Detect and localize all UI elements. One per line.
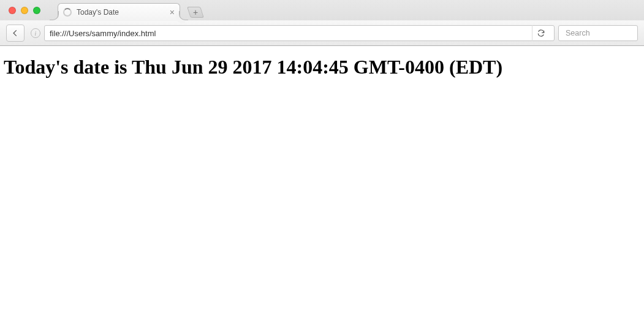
- arrow-left-icon: [11, 29, 20, 37]
- plus-icon: +: [193, 7, 198, 17]
- url-input[interactable]: [50, 29, 529, 38]
- back-button[interactable]: [6, 25, 25, 42]
- browser-chrome: Today's Date × + i: [0, 0, 644, 46]
- window-close-button[interactable]: [9, 7, 16, 14]
- browser-tab-active[interactable]: Today's Date ×: [58, 3, 180, 20]
- window-zoom-button[interactable]: [33, 7, 40, 14]
- tab-loading-spinner-icon: [63, 8, 72, 17]
- window-controls: [5, 7, 47, 20]
- page-content: Today's date is Thu Jun 29 2017 14:04:45…: [0, 46, 644, 88]
- search-bar[interactable]: [558, 25, 638, 41]
- navigation-toolbar: i: [0, 20, 644, 45]
- tab-title: Today's Date: [77, 8, 119, 17]
- reload-button[interactable]: [532, 25, 549, 41]
- site-info-icon[interactable]: i: [31, 28, 40, 38]
- new-tab-button[interactable]: +: [187, 7, 204, 18]
- tab-strip: Today's Date × +: [0, 0, 644, 20]
- tab-close-button[interactable]: ×: [170, 8, 175, 17]
- address-bar[interactable]: [44, 25, 555, 41]
- reload-icon: [537, 29, 545, 37]
- window-minimize-button[interactable]: [21, 7, 28, 14]
- page-heading: Today's date is Thu Jun 29 2017 14:04:45…: [4, 56, 640, 79]
- search-input[interactable]: [566, 29, 644, 37]
